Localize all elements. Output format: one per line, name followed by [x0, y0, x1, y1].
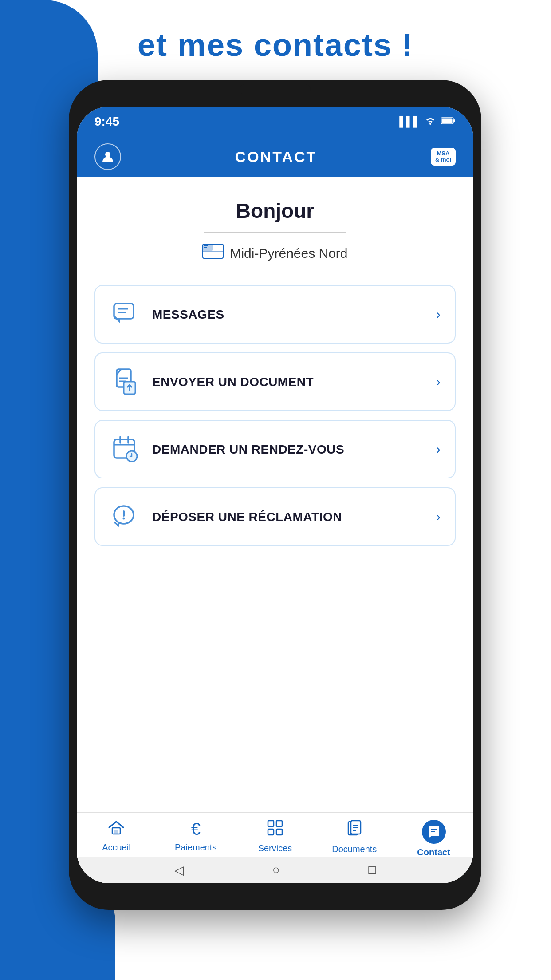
svg-rect-32 [268, 821, 274, 826]
divider [204, 232, 346, 233]
content-area: Bonjour Midi-Pyréné [77, 177, 473, 812]
nav-item-services[interactable]: Services [236, 820, 315, 854]
menu-item-messages[interactable]: MESSAGES › [94, 285, 456, 344]
messages-chevron: › [436, 307, 441, 322]
back-button[interactable]: ◁ [174, 863, 184, 877]
home-indicator-area: ◁ ○ □ [77, 857, 473, 883]
status-icons: ▌▌▌ [399, 116, 456, 127]
document-icon [110, 366, 142, 398]
phone-mockup: 9:45 ▌▌▌ [69, 80, 481, 910]
svg-point-0 [429, 123, 431, 125]
appointment-chevron: › [436, 442, 441, 457]
complaint-chevron: › [436, 509, 441, 524]
menu-item-send-document[interactable]: ENVOYER UN DOCUMENT › [94, 352, 456, 411]
svg-point-29 [123, 518, 125, 520]
greeting-title: Bonjour [94, 199, 456, 223]
page-title: et mes contacts ! [0, 27, 551, 63]
profile-button[interactable] [94, 143, 121, 170]
region-icon [202, 244, 224, 263]
payments-nav-icon: € [191, 820, 201, 839]
menu-item-appointment[interactable]: DEMANDER UN RENDEZ-VOUS › [94, 420, 456, 478]
nav-item-documents[interactable]: Documents [315, 820, 394, 854]
svg-rect-12 [114, 304, 134, 319]
signal-icon: ▌▌▌ [399, 116, 420, 127]
complaint-label: DÉPOSER UNE RÉCLAMATION [152, 509, 425, 525]
complaint-icon [110, 501, 142, 533]
home-nav-icon [108, 820, 125, 839]
wifi-icon [425, 116, 436, 127]
messages-icon [110, 298, 142, 330]
nav-item-contact[interactable]: Contact [394, 820, 473, 858]
home-button[interactable]: ○ [272, 863, 280, 877]
phone-screen: 9:45 ▌▌▌ [77, 107, 473, 883]
header-title: CONTACT [235, 148, 317, 166]
status-time: 9:45 [94, 115, 119, 129]
svg-rect-10 [204, 247, 207, 248]
documents-nav-label: Documents [332, 844, 377, 854]
documents-nav-icon [347, 820, 362, 841]
nav-item-home[interactable]: Accueil [77, 820, 156, 853]
send-document-chevron: › [436, 374, 441, 389]
home-nav-label: Accueil [102, 842, 130, 853]
svg-rect-9 [204, 245, 208, 246]
logo-line1: MSA [437, 150, 449, 157]
menu-item-complaint[interactable]: DÉPOSER UNE RÉCLAMATION › [94, 487, 456, 546]
bonjour-section: Bonjour Midi-Pyréné [77, 177, 473, 276]
phone-notch [240, 84, 311, 94]
services-nav-label: Services [258, 843, 292, 854]
contact-nav-icon [422, 820, 446, 844]
region-info: Midi-Pyrénées Nord [94, 244, 456, 263]
app-header: CONTACT MSA & moi [77, 137, 473, 177]
svg-rect-2 [442, 119, 453, 123]
contact-nav-label: Contact [417, 847, 450, 858]
battery-icon [441, 116, 456, 127]
svg-point-4 [105, 152, 110, 157]
svg-rect-31 [114, 830, 118, 834]
msa-logo: MSA & moi [431, 148, 456, 166]
calendar-icon [110, 433, 142, 465]
messages-label: MESSAGES [152, 307, 425, 322]
recents-button[interactable]: □ [368, 863, 376, 877]
appointment-label: DEMANDER UN RENDEZ-VOUS [152, 442, 425, 457]
svg-rect-35 [276, 829, 282, 835]
services-nav-icon [267, 820, 283, 840]
status-bar: 9:45 ▌▌▌ [77, 107, 473, 137]
svg-rect-33 [276, 821, 282, 826]
svg-rect-11 [204, 249, 208, 249]
send-document-label: ENVOYER UN DOCUMENT [152, 374, 425, 390]
menu-list: MESSAGES › [77, 276, 473, 555]
svg-rect-34 [268, 829, 274, 835]
nav-item-payments[interactable]: € Paiements [156, 820, 236, 853]
svg-rect-3 [453, 119, 455, 122]
payments-nav-label: Paiements [175, 842, 217, 853]
logo-line2: & moi [435, 157, 451, 163]
region-name: Midi-Pyrénées Nord [230, 246, 347, 261]
